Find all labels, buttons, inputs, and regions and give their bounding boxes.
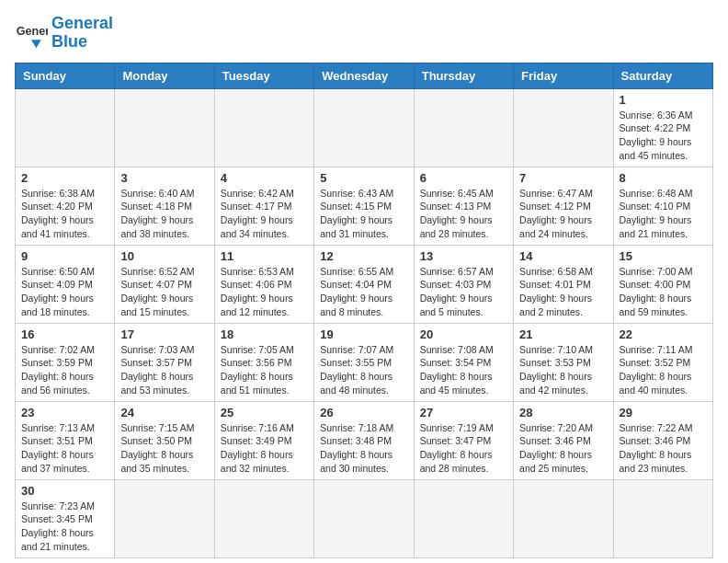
calendar-cell: 27Sunrise: 7:19 AM Sunset: 3:47 PM Dayli…	[414, 401, 513, 479]
calendar-cell	[16, 88, 115, 167]
day-number: 30	[21, 484, 108, 498]
calendar-cell: 12Sunrise: 6:55 AM Sunset: 4:04 PM Dayli…	[314, 245, 414, 323]
day-info: Sunrise: 7:11 AM Sunset: 3:52 PM Dayligh…	[620, 343, 707, 397]
calendar-cell: 22Sunrise: 7:11 AM Sunset: 3:52 PM Dayli…	[613, 323, 712, 401]
calendar-cell: 4Sunrise: 6:42 AM Sunset: 4:17 PM Daylig…	[214, 167, 313, 245]
calendar-cell: 10Sunrise: 6:52 AM Sunset: 4:07 PM Dayli…	[115, 245, 214, 323]
day-info: Sunrise: 6:47 AM Sunset: 4:12 PM Dayligh…	[519, 187, 607, 241]
calendar-cell	[214, 88, 313, 167]
day-number: 6	[420, 171, 507, 185]
day-number: 16	[21, 327, 108, 341]
calendar-cell	[115, 88, 214, 167]
day-number: 26	[320, 406, 407, 419]
day-number: 5	[320, 171, 407, 185]
day-info: Sunrise: 7:05 AM Sunset: 3:56 PM Dayligh…	[221, 343, 308, 397]
calendar-cell: 26Sunrise: 7:18 AM Sunset: 3:48 PM Dayli…	[314, 401, 414, 479]
weekday-header-monday: Monday	[115, 63, 214, 88]
logo-icon: General	[15, 17, 48, 50]
day-number: 15	[620, 249, 707, 263]
calendar-cell: 2Sunrise: 6:38 AM Sunset: 4:20 PM Daylig…	[16, 167, 115, 245]
calendar-week-0: 1Sunrise: 6:36 AM Sunset: 4:22 PM Daylig…	[16, 88, 713, 167]
day-info: Sunrise: 7:16 AM Sunset: 3:49 PM Dayligh…	[221, 421, 308, 476]
calendar-cell: 25Sunrise: 7:16 AM Sunset: 3:49 PM Dayli…	[214, 401, 313, 479]
day-number: 11	[221, 249, 308, 263]
day-info: Sunrise: 6:38 AM Sunset: 4:20 PM Dayligh…	[21, 187, 108, 241]
day-info: Sunrise: 7:18 AM Sunset: 3:48 PM Dayligh…	[320, 421, 407, 476]
calendar-cell: 1Sunrise: 6:36 AM Sunset: 4:22 PM Daylig…	[613, 88, 712, 167]
calendar-cell	[314, 88, 414, 167]
day-number: 28	[519, 406, 607, 419]
calendar-cell: 28Sunrise: 7:20 AM Sunset: 3:46 PM Dayli…	[514, 401, 613, 479]
calendar-week-1: 2Sunrise: 6:38 AM Sunset: 4:20 PM Daylig…	[16, 167, 713, 245]
day-number: 2	[21, 171, 108, 185]
calendar-table: SundayMondayTuesdayWednesdayThursdayFrid…	[15, 63, 713, 558]
day-number: 25	[221, 406, 308, 419]
day-info: Sunrise: 6:53 AM Sunset: 4:06 PM Dayligh…	[221, 265, 308, 319]
day-info: Sunrise: 6:48 AM Sunset: 4:10 PM Dayligh…	[620, 187, 707, 241]
day-number: 18	[221, 327, 308, 341]
day-number: 20	[420, 327, 507, 341]
day-info: Sunrise: 6:55 AM Sunset: 4:04 PM Dayligh…	[320, 265, 407, 319]
calendar-cell: 13Sunrise: 6:57 AM Sunset: 4:03 PM Dayli…	[414, 245, 513, 323]
weekday-header-saturday: Saturday	[613, 63, 712, 88]
day-info: Sunrise: 7:03 AM Sunset: 3:57 PM Dayligh…	[120, 343, 208, 397]
day-number: 10	[120, 249, 208, 263]
calendar-cell: 15Sunrise: 7:00 AM Sunset: 4:00 PM Dayli…	[613, 245, 712, 323]
day-number: 29	[620, 406, 707, 419]
day-number: 24	[120, 406, 208, 419]
day-info: Sunrise: 6:36 AM Sunset: 4:22 PM Dayligh…	[620, 109, 707, 163]
calendar-week-2: 9Sunrise: 6:50 AM Sunset: 4:09 PM Daylig…	[16, 245, 713, 323]
day-number: 14	[519, 249, 607, 263]
calendar-cell	[414, 479, 513, 557]
day-info: Sunrise: 7:23 AM Sunset: 3:45 PM Dayligh…	[21, 500, 108, 554]
day-number: 19	[320, 327, 407, 341]
calendar-cell: 29Sunrise: 7:22 AM Sunset: 3:46 PM Dayli…	[613, 401, 712, 479]
calendar-cell: 8Sunrise: 6:48 AM Sunset: 4:10 PM Daylig…	[613, 167, 712, 245]
calendar-cell: 5Sunrise: 6:43 AM Sunset: 4:15 PM Daylig…	[314, 167, 414, 245]
calendar-cell: 21Sunrise: 7:10 AM Sunset: 3:53 PM Dayli…	[514, 323, 613, 401]
day-info: Sunrise: 6:40 AM Sunset: 4:18 PM Dayligh…	[120, 187, 208, 241]
day-info: Sunrise: 7:19 AM Sunset: 3:47 PM Dayligh…	[420, 421, 507, 476]
day-number: 22	[620, 327, 707, 341]
calendar-cell	[314, 479, 414, 557]
day-number: 4	[221, 171, 308, 185]
day-info: Sunrise: 6:52 AM Sunset: 4:07 PM Dayligh…	[120, 265, 208, 319]
day-number: 17	[120, 327, 208, 341]
calendar-cell	[514, 479, 613, 557]
day-info: Sunrise: 6:42 AM Sunset: 4:17 PM Dayligh…	[221, 187, 308, 241]
svg-text:General: General	[17, 25, 48, 38]
day-info: Sunrise: 7:02 AM Sunset: 3:59 PM Dayligh…	[21, 343, 108, 397]
day-info: Sunrise: 7:08 AM Sunset: 3:54 PM Dayligh…	[420, 343, 507, 397]
calendar-cell: 7Sunrise: 6:47 AM Sunset: 4:12 PM Daylig…	[514, 167, 613, 245]
day-info: Sunrise: 7:22 AM Sunset: 3:46 PM Dayligh…	[620, 421, 707, 476]
calendar-cell: 19Sunrise: 7:07 AM Sunset: 3:55 PM Dayli…	[314, 323, 414, 401]
weekday-header-thursday: Thursday	[414, 63, 513, 88]
day-number: 12	[320, 249, 407, 263]
calendar-cell	[514, 88, 613, 167]
calendar-body: 1Sunrise: 6:36 AM Sunset: 4:22 PM Daylig…	[16, 88, 713, 557]
calendar-cell: 9Sunrise: 6:50 AM Sunset: 4:09 PM Daylig…	[16, 245, 115, 323]
day-info: Sunrise: 6:45 AM Sunset: 4:13 PM Dayligh…	[420, 187, 507, 241]
day-info: Sunrise: 7:13 AM Sunset: 3:51 PM Dayligh…	[21, 421, 108, 476]
day-info: Sunrise: 6:58 AM Sunset: 4:01 PM Dayligh…	[519, 265, 607, 319]
page-header: General GeneralBlue	[15, 15, 713, 52]
calendar-cell: 20Sunrise: 7:08 AM Sunset: 3:54 PM Dayli…	[414, 323, 513, 401]
day-number: 27	[420, 406, 507, 419]
calendar-week-3: 16Sunrise: 7:02 AM Sunset: 3:59 PM Dayli…	[16, 323, 713, 401]
calendar-week-4: 23Sunrise: 7:13 AM Sunset: 3:51 PM Dayli…	[16, 401, 713, 479]
day-number: 3	[120, 171, 208, 185]
calendar-cell: 24Sunrise: 7:15 AM Sunset: 3:50 PM Dayli…	[115, 401, 214, 479]
day-info: Sunrise: 7:10 AM Sunset: 3:53 PM Dayligh…	[519, 343, 607, 397]
day-number: 21	[519, 327, 607, 341]
calendar-cell: 14Sunrise: 6:58 AM Sunset: 4:01 PM Dayli…	[514, 245, 613, 323]
calendar-cell	[414, 88, 513, 167]
day-number: 9	[21, 249, 108, 263]
day-info: Sunrise: 7:15 AM Sunset: 3:50 PM Dayligh…	[120, 421, 208, 476]
calendar-week-5: 30Sunrise: 7:23 AM Sunset: 3:45 PM Dayli…	[16, 479, 713, 557]
calendar-cell: 3Sunrise: 6:40 AM Sunset: 4:18 PM Daylig…	[115, 167, 214, 245]
weekday-header-sunday: Sunday	[16, 63, 115, 88]
day-info: Sunrise: 7:07 AM Sunset: 3:55 PM Dayligh…	[320, 343, 407, 397]
day-info: Sunrise: 6:50 AM Sunset: 4:09 PM Dayligh…	[21, 265, 108, 319]
logo: General GeneralBlue	[15, 15, 113, 52]
calendar-cell: 6Sunrise: 6:45 AM Sunset: 4:13 PM Daylig…	[414, 167, 513, 245]
